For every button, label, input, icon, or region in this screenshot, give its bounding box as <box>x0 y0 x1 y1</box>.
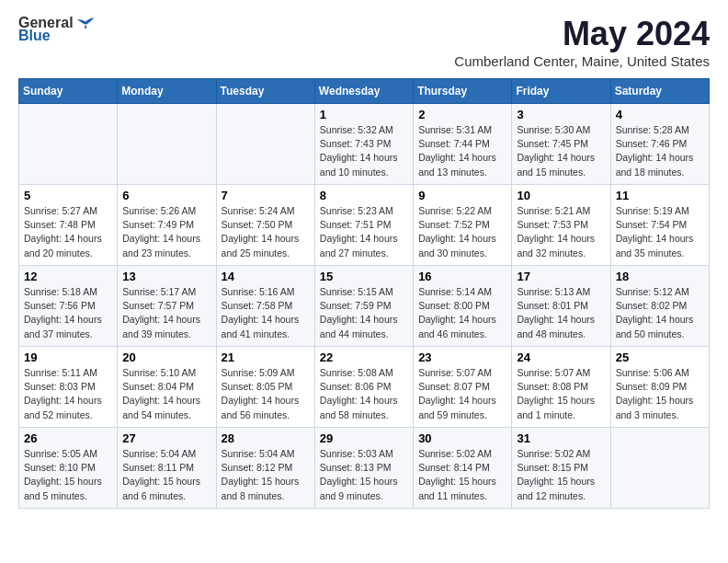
day-number: 4 <box>616 108 704 121</box>
calendar-cell: 9Sunrise: 5:22 AMSunset: 7:52 PMDaylight… <box>414 185 512 266</box>
day-number: 5 <box>24 189 112 202</box>
day-number: 10 <box>517 189 605 202</box>
day-info: Sunrise: 5:05 AMSunset: 8:10 PMDaylight:… <box>24 447 112 503</box>
header: General Blue May 2024 Cumberland Center,… <box>18 15 710 69</box>
day-info: Sunrise: 5:27 AMSunset: 7:48 PMDaylight:… <box>24 204 112 260</box>
calendar-cell: 2Sunrise: 5:31 AMSunset: 7:44 PMDaylight… <box>414 104 512 185</box>
day-number: 25 <box>616 350 704 364</box>
week-row-2: 5Sunrise: 5:27 AMSunset: 7:48 PMDaylight… <box>19 185 710 266</box>
day-number: 13 <box>122 270 210 283</box>
week-row-5: 26Sunrise: 5:05 AMSunset: 8:10 PMDayligh… <box>19 428 710 509</box>
day-number: 1 <box>320 108 408 121</box>
day-number: 22 <box>320 350 408 364</box>
day-info: Sunrise: 5:08 AMSunset: 8:06 PMDaylight:… <box>320 366 408 422</box>
calendar-cell <box>19 104 118 185</box>
day-header-tuesday: Tuesday <box>216 79 314 104</box>
day-number: 2 <box>418 108 506 121</box>
day-number: 20 <box>122 350 210 364</box>
day-number: 27 <box>122 431 210 445</box>
day-number: 16 <box>418 270 506 283</box>
calendar-cell <box>610 428 709 509</box>
calendar-cell: 4Sunrise: 5:28 AMSunset: 7:46 PMDaylight… <box>610 104 709 185</box>
day-info: Sunrise: 5:09 AMSunset: 8:05 PMDaylight:… <box>222 366 310 422</box>
day-header-wednesday: Wednesday <box>314 79 413 104</box>
day-info: Sunrise: 5:18 AMSunset: 7:56 PMDaylight:… <box>24 285 112 341</box>
week-row-3: 12Sunrise: 5:18 AMSunset: 7:56 PMDayligh… <box>19 266 710 347</box>
calendar-cell: 14Sunrise: 5:16 AMSunset: 7:58 PMDayligh… <box>216 266 314 347</box>
day-info: Sunrise: 5:21 AMSunset: 7:53 PMDaylight:… <box>517 204 605 260</box>
day-number: 19 <box>24 350 112 364</box>
day-info: Sunrise: 5:22 AMSunset: 7:52 PMDaylight:… <box>418 204 506 260</box>
day-number: 8 <box>320 189 408 202</box>
logo: General Blue <box>18 15 96 44</box>
day-number: 7 <box>222 189 310 202</box>
day-number: 17 <box>517 270 605 283</box>
day-header-monday: Monday <box>118 79 216 104</box>
calendar-cell: 7Sunrise: 5:24 AMSunset: 7:50 PMDaylight… <box>216 185 314 266</box>
day-number: 28 <box>222 431 310 445</box>
day-info: Sunrise: 5:02 AMSunset: 8:14 PMDaylight:… <box>418 447 506 503</box>
day-number: 29 <box>320 431 408 445</box>
day-info: Sunrise: 5:24 AMSunset: 7:50 PMDaylight:… <box>222 204 310 260</box>
day-info: Sunrise: 5:19 AMSunset: 7:54 PMDaylight:… <box>616 204 704 260</box>
calendar-cell: 1Sunrise: 5:32 AMSunset: 7:43 PMDaylight… <box>314 104 413 185</box>
title-area: May 2024 Cumberland Center, Maine, Unite… <box>454 15 710 69</box>
day-info: Sunrise: 5:16 AMSunset: 7:58 PMDaylight:… <box>222 285 310 341</box>
day-info: Sunrise: 5:26 AMSunset: 7:49 PMDaylight:… <box>122 204 210 260</box>
day-header-thursday: Thursday <box>414 79 512 104</box>
calendar-cell: 25Sunrise: 5:06 AMSunset: 8:09 PMDayligh… <box>610 347 709 428</box>
day-number: 3 <box>517 108 605 121</box>
logo-text-blue: Blue <box>18 28 51 44</box>
day-info: Sunrise: 5:04 AMSunset: 8:11 PMDaylight:… <box>122 447 210 503</box>
location-title: Cumberland Center, Maine, United States <box>454 53 710 69</box>
calendar-cell: 17Sunrise: 5:13 AMSunset: 8:01 PMDayligh… <box>512 266 610 347</box>
calendar-table: SundayMondayTuesdayWednesdayThursdayFrid… <box>18 78 710 509</box>
calendar-cell: 12Sunrise: 5:18 AMSunset: 7:56 PMDayligh… <box>19 266 118 347</box>
calendar-cell: 24Sunrise: 5:07 AMSunset: 8:08 PMDayligh… <box>512 347 610 428</box>
calendar-cell <box>118 104 216 185</box>
calendar-cell: 23Sunrise: 5:07 AMSunset: 8:07 PMDayligh… <box>414 347 512 428</box>
day-number: 23 <box>418 350 506 364</box>
day-number: 18 <box>616 270 704 283</box>
day-info: Sunrise: 5:13 AMSunset: 8:01 PMDaylight:… <box>517 285 605 341</box>
day-header-sunday: Sunday <box>19 79 118 104</box>
calendar-cell: 8Sunrise: 5:23 AMSunset: 7:51 PMDaylight… <box>314 185 413 266</box>
day-info: Sunrise: 5:11 AMSunset: 8:03 PMDaylight:… <box>24 366 112 422</box>
day-number: 30 <box>418 431 506 445</box>
calendar-cell: 26Sunrise: 5:05 AMSunset: 8:10 PMDayligh… <box>19 428 118 509</box>
calendar-cell: 22Sunrise: 5:08 AMSunset: 8:06 PMDayligh… <box>314 347 413 428</box>
calendar-cell: 28Sunrise: 5:04 AMSunset: 8:12 PMDayligh… <box>216 428 314 509</box>
day-info: Sunrise: 5:06 AMSunset: 8:09 PMDaylight:… <box>616 366 704 422</box>
calendar-cell: 6Sunrise: 5:26 AMSunset: 7:49 PMDaylight… <box>118 185 216 266</box>
month-title: May 2024 <box>454 15 710 53</box>
day-header-friday: Friday <box>512 79 610 104</box>
day-number: 21 <box>222 350 310 364</box>
calendar-cell: 20Sunrise: 5:10 AMSunset: 8:04 PMDayligh… <box>118 347 216 428</box>
calendar-cell <box>216 104 314 185</box>
day-number: 15 <box>320 270 408 283</box>
day-number: 31 <box>517 431 605 445</box>
day-info: Sunrise: 5:30 AMSunset: 7:45 PMDaylight:… <box>517 123 605 179</box>
logo-bird-icon <box>75 15 96 31</box>
day-info: Sunrise: 5:02 AMSunset: 8:15 PMDaylight:… <box>517 447 605 503</box>
day-number: 14 <box>222 270 310 283</box>
week-row-1: 1Sunrise: 5:32 AMSunset: 7:43 PMDaylight… <box>19 104 710 185</box>
day-number: 11 <box>616 189 704 202</box>
day-info: Sunrise: 5:23 AMSunset: 7:51 PMDaylight:… <box>320 204 408 260</box>
day-info: Sunrise: 5:07 AMSunset: 8:07 PMDaylight:… <box>418 366 506 422</box>
day-info: Sunrise: 5:28 AMSunset: 7:46 PMDaylight:… <box>616 123 704 179</box>
calendar-cell: 18Sunrise: 5:12 AMSunset: 8:02 PMDayligh… <box>610 266 709 347</box>
days-header-row: SundayMondayTuesdayWednesdayThursdayFrid… <box>19 79 710 104</box>
day-info: Sunrise: 5:17 AMSunset: 7:57 PMDaylight:… <box>122 285 210 341</box>
day-info: Sunrise: 5:31 AMSunset: 7:44 PMDaylight:… <box>418 123 506 179</box>
calendar-cell: 3Sunrise: 5:30 AMSunset: 7:45 PMDaylight… <box>512 104 610 185</box>
calendar-cell: 27Sunrise: 5:04 AMSunset: 8:11 PMDayligh… <box>118 428 216 509</box>
day-info: Sunrise: 5:15 AMSunset: 7:59 PMDaylight:… <box>320 285 408 341</box>
calendar-cell: 11Sunrise: 5:19 AMSunset: 7:54 PMDayligh… <box>610 185 709 266</box>
calendar-cell: 16Sunrise: 5:14 AMSunset: 8:00 PMDayligh… <box>414 266 512 347</box>
day-info: Sunrise: 5:07 AMSunset: 8:08 PMDaylight:… <box>517 366 605 422</box>
day-info: Sunrise: 5:14 AMSunset: 8:00 PMDaylight:… <box>418 285 506 341</box>
day-info: Sunrise: 5:12 AMSunset: 8:02 PMDaylight:… <box>616 285 704 341</box>
day-number: 12 <box>24 270 112 283</box>
calendar-cell: 13Sunrise: 5:17 AMSunset: 7:57 PMDayligh… <box>118 266 216 347</box>
